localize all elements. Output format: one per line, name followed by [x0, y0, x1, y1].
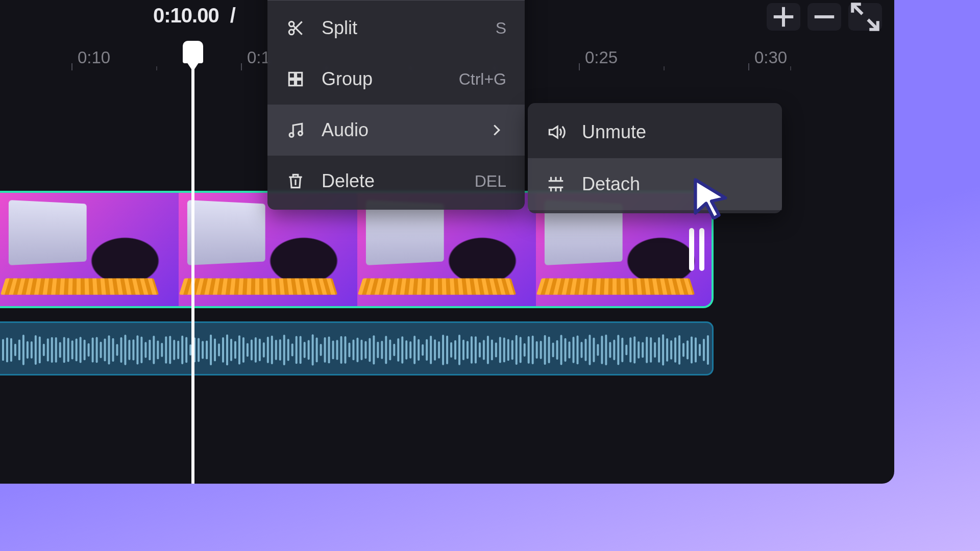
svg-rect-188: [297, 80, 302, 86]
svg-rect-127: [499, 337, 501, 363]
svg-rect-156: [617, 335, 619, 365]
context-menu-item-split[interactable]: SplitS: [267, 3, 525, 54]
clip-trim-handle[interactable]: [689, 228, 704, 271]
waveform: [0, 323, 712, 375]
svg-rect-39: [140, 337, 142, 363]
svg-rect-147: [580, 342, 582, 358]
svg-rect-70: [267, 337, 269, 363]
svg-rect-75: [287, 339, 289, 361]
zoom-toolbar: [767, 3, 882, 31]
svg-rect-18: [55, 337, 57, 363]
svg-rect-185: [289, 72, 295, 78]
svg-rect-49: [181, 336, 183, 364]
svg-rect-115: [450, 342, 452, 358]
svg-rect-146: [576, 335, 578, 364]
svg-rect-17: [51, 337, 53, 363]
context-menu-item-audio[interactable]: Audio: [267, 105, 525, 156]
svg-rect-65: [247, 343, 249, 357]
svg-rect-105: [409, 341, 411, 359]
svg-rect-111: [434, 339, 436, 360]
svg-rect-79: [304, 342, 306, 358]
clip-thumbnail: [357, 193, 536, 306]
svg-rect-145: [573, 337, 575, 363]
svg-rect-172: [682, 343, 684, 357]
svg-rect-153: [605, 335, 607, 365]
menu-item-label: Detach: [582, 173, 640, 195]
svg-rect-42: [153, 336, 155, 364]
svg-rect-32: [112, 338, 114, 362]
svg-rect-94: [364, 341, 366, 359]
svg-rect-57: [214, 339, 216, 362]
zoom-fit-button[interactable]: [848, 3, 882, 31]
svg-rect-85: [328, 337, 330, 364]
svg-rect-92: [356, 338, 358, 362]
svg-point-189: [289, 133, 293, 137]
svg-rect-9: [18, 340, 20, 361]
audio-submenu-item-detach[interactable]: Detach: [528, 158, 782, 210]
audio-submenu-item-speaker[interactable]: Unmute: [528, 106, 782, 158]
svg-rect-87: [336, 340, 338, 360]
svg-rect-35: [124, 335, 126, 365]
svg-rect-37: [132, 339, 134, 360]
svg-rect-122: [479, 342, 481, 358]
svg-rect-170: [674, 337, 676, 363]
svg-rect-168: [666, 338, 668, 362]
ruler-tick-label: 0:30: [754, 48, 787, 67]
zoom-out-button[interactable]: [807, 3, 841, 31]
svg-rect-100: [389, 339, 391, 360]
svg-rect-48: [177, 341, 179, 359]
ruler-minor-tick: [664, 66, 665, 70]
menu-item-shortcut: S: [496, 19, 506, 38]
svg-rect-33: [116, 344, 118, 356]
svg-rect-175: [695, 337, 697, 362]
svg-rect-104: [405, 340, 407, 360]
svg-rect-69: [263, 342, 265, 358]
svg-rect-55: [206, 340, 208, 359]
current-time: 0:10.00: [153, 4, 219, 27]
svg-rect-142: [560, 335, 562, 365]
svg-rect-160: [633, 336, 635, 363]
audio-clip[interactable]: [0, 321, 714, 375]
time-separator: /: [230, 4, 235, 27]
svg-rect-63: [238, 335, 240, 364]
tracks-area: [0, 191, 894, 375]
svg-rect-166: [658, 337, 660, 363]
svg-rect-26: [88, 343, 90, 357]
svg-rect-109: [426, 339, 428, 361]
svg-rect-61: [230, 339, 232, 361]
svg-rect-36: [128, 340, 130, 360]
svg-rect-68: [259, 339, 261, 361]
zoom-in-button[interactable]: [767, 3, 800, 31]
menu-item-label: Delete: [322, 170, 375, 192]
svg-rect-140: [552, 342, 554, 357]
svg-rect-139: [548, 337, 550, 363]
svg-rect-23: [76, 338, 78, 361]
menu-item-label: Unmute: [582, 121, 646, 143]
context-menu: PasteCtrl+VSplitSGroupCtrl+GAudioDeleteD…: [267, 0, 525, 210]
svg-rect-19: [59, 342, 61, 358]
svg-point-190: [299, 131, 303, 135]
svg-rect-24: [80, 337, 82, 363]
svg-rect-62: [234, 341, 236, 359]
context-menu-item-delete[interactable]: DeleteDEL: [267, 156, 525, 207]
svg-rect-138: [544, 335, 546, 365]
svg-rect-107: [418, 339, 420, 361]
svg-rect-101: [393, 344, 395, 356]
svg-rect-136: [536, 341, 538, 359]
svg-rect-178: [707, 335, 709, 365]
context-menu-item-group[interactable]: GroupCtrl+G: [267, 54, 525, 105]
svg-rect-14: [39, 337, 41, 364]
svg-rect-150: [593, 338, 595, 362]
ruler-tick-label: 0:1: [247, 48, 271, 67]
timeline-editor: 0:10.00 / 0:100:10:250:30: [0, 0, 894, 484]
svg-rect-52: [193, 338, 195, 363]
svg-rect-159: [629, 337, 631, 362]
svg-rect-118: [462, 340, 464, 360]
ruler-tick-label: 0:25: [585, 48, 618, 67]
playhead-time: 0:10.00 /: [153, 4, 235, 27]
svg-rect-132: [520, 337, 522, 363]
svg-rect-5: [2, 339, 4, 361]
svg-rect-78: [300, 336, 302, 364]
svg-rect-21: [67, 338, 69, 362]
svg-rect-74: [283, 335, 285, 365]
